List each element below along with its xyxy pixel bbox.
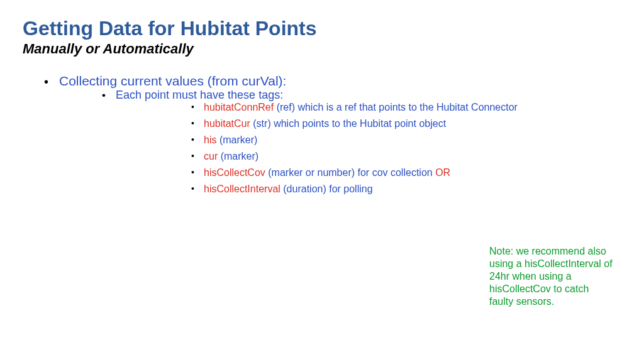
- bullet-level-3: his (marker): [116, 134, 621, 146]
- bullet-text: Collecting current values (from curVal):: [59, 74, 286, 88]
- note-box: Note: we recommend also using a hisColle…: [489, 245, 615, 308]
- bullet-text: his (marker): [204, 134, 257, 145]
- content-list: Collecting current values (from curVal):…: [23, 74, 621, 195]
- tag-name: hisCollectCov: [204, 167, 265, 178]
- tag-desc: (ref) which is a ref that points to the …: [274, 102, 518, 112]
- bullet-text: hisCollectInterval (duration) for pollin…: [204, 184, 373, 194]
- tag-name: hubitatCur: [204, 118, 250, 129]
- tag-desc: (duration) for polling: [280, 184, 373, 194]
- bullet-level-3: cur (marker): [116, 151, 621, 162]
- tag-name: hisCollectInterval: [204, 184, 280, 194]
- bullet-level-3: hubitatCur (str) which points to the Hub…: [116, 118, 621, 129]
- bullet-text: cur (marker): [204, 151, 258, 162]
- slide: Getting Data for Hubitat Points Manually…: [0, 0, 644, 362]
- tag-desc: (marker or number) for cov collection: [265, 167, 435, 178]
- tag-name: cur: [204, 151, 218, 162]
- tag-desc: (marker): [218, 151, 258, 162]
- bullet-level-3: hubitatConnRef (ref) which is a ref that…: [116, 102, 621, 113]
- tag-desc: (str) which points to the Hubitat point …: [250, 118, 446, 129]
- bullet-text: hubitatCur (str) which points to the Hub…: [204, 118, 446, 129]
- bullet-level-3: hisCollectInterval (duration) for pollin…: [116, 184, 621, 195]
- tag-name: his: [204, 134, 216, 145]
- or-keyword: OR: [435, 167, 450, 178]
- bullet-level-2: Each point must have these tags: hubitat…: [59, 89, 621, 195]
- tag-desc: (marker): [216, 134, 257, 145]
- bullet-level-1: Collecting current values (from curVal):…: [23, 74, 621, 195]
- tag-name: hubitatConnRef: [204, 102, 274, 112]
- bullet-level-3: hisCollectCov (marker or number) for cov…: [116, 167, 621, 178]
- bullet-text: Each point must have these tags:: [116, 89, 283, 101]
- slide-subtitle: Manually or Automatically: [23, 41, 621, 57]
- bullet-text: hisCollectCov (marker or number) for cov…: [204, 167, 450, 178]
- slide-title: Getting Data for Hubitat Points: [23, 18, 621, 40]
- bullet-text: hubitatConnRef (ref) which is a ref that…: [204, 102, 518, 112]
